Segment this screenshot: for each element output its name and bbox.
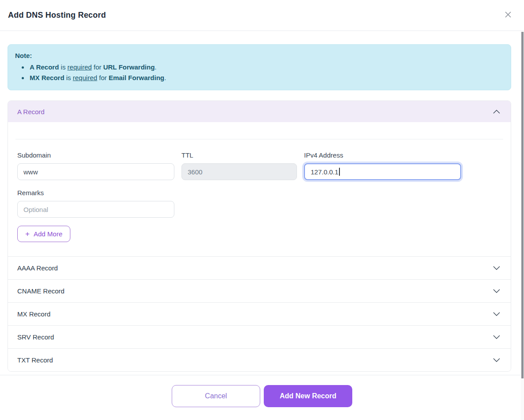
accordion-header-txt-record[interactable]: TXT Record	[8, 348, 511, 371]
chevron-up-icon	[493, 110, 500, 114]
ipv4-input-wrap	[304, 163, 461, 180]
note-feature-name: URL Forwarding	[103, 63, 154, 71]
a-record-panel: Subdomain TTL IPv4 Address Remarks	[8, 139, 511, 256]
note-required-text: required	[67, 63, 92, 71]
subdomain-label: Subdomain	[17, 151, 174, 159]
accordion-header-mx-record[interactable]: MX Record	[8, 302, 511, 325]
close-button[interactable]	[502, 9, 514, 22]
note-item-mx-record: MX Record is required for Email Forwardi…	[29, 73, 504, 83]
accordion-header-aaaa-record[interactable]: AAAA Record	[8, 256, 511, 279]
remarks-label: Remarks	[17, 189, 174, 197]
ipv4-field: IPv4 Address	[304, 151, 461, 180]
cancel-button[interactable]: Cancel	[172, 385, 260, 407]
accordion-label: TXT Record	[17, 356, 53, 364]
add-new-record-button[interactable]: Add New Record	[264, 385, 352, 407]
scrollbar-track[interactable]	[521, 31, 524, 420]
panel-divider	[15, 139, 503, 139]
note-list: A Record is required for URL Forwarding.…	[15, 62, 504, 83]
subdomain-field: Subdomain	[17, 151, 174, 180]
plus-icon: +	[25, 230, 30, 238]
note-text: .	[155, 63, 157, 71]
note-record-name: A Record	[30, 63, 59, 71]
ttl-input	[181, 163, 297, 180]
ipv4-label: IPv4 Address	[304, 151, 461, 159]
close-icon	[504, 10, 512, 20]
chevron-down-icon	[493, 289, 500, 293]
note-box: Note: A Record is required for URL Forwa…	[8, 44, 511, 90]
accordion-header-srv-record[interactable]: SRV Record	[8, 325, 511, 348]
note-record-name: MX Record	[30, 74, 64, 81]
note-required-text: required	[73, 74, 97, 81]
accordion-label: MX Record	[17, 310, 50, 318]
record-accordion: A Record Subdomain TTL IPv4 Address	[8, 100, 511, 372]
accordion-label: AAAA Record	[17, 264, 58, 272]
a-record-fields-row: Subdomain TTL IPv4 Address	[17, 151, 501, 180]
ttl-label: TTL	[181, 151, 297, 159]
modal-body: Note: A Record is required for URL Forwa…	[0, 44, 524, 372]
accordion-header-a-record[interactable]: A Record	[8, 101, 511, 122]
modal-header: Add DNS Hosting Record	[0, 0, 524, 31]
add-more-label: Add More	[34, 230, 62, 238]
accordion-label: SRV Record	[17, 333, 54, 341]
scrollbar-thumb[interactable]	[521, 32, 524, 378]
chevron-down-icon	[493, 358, 500, 362]
note-item-a-record: A Record is required for URL Forwarding.	[29, 62, 504, 73]
note-text: for	[92, 63, 103, 71]
note-text: for	[97, 74, 109, 81]
subdomain-input[interactable]	[17, 163, 174, 180]
note-text: .	[164, 74, 166, 81]
text-caret	[339, 168, 340, 176]
chevron-down-icon	[493, 266, 500, 270]
accordion-header-cname-record[interactable]: CNAME Record	[8, 279, 511, 302]
note-heading: Note:	[15, 50, 504, 61]
note-text: is	[64, 74, 73, 81]
accordion-label: CNAME Record	[17, 287, 65, 295]
modal-footer: Cancel Add New Record	[0, 375, 524, 407]
chevron-down-icon	[493, 312, 500, 316]
modal-title: Add DNS Hosting Record	[8, 11, 106, 20]
accordion-label: A Record	[17, 108, 45, 116]
remarks-input[interactable]	[17, 201, 174, 218]
note-feature-name: Email Forwarding	[108, 74, 164, 81]
note-text: is	[59, 63, 67, 71]
remarks-field: Remarks	[17, 189, 174, 218]
ipv4-input[interactable]	[304, 163, 461, 180]
chevron-down-icon	[493, 335, 500, 339]
ttl-field: TTL	[181, 151, 297, 180]
add-more-button[interactable]: + Add More	[17, 226, 70, 242]
